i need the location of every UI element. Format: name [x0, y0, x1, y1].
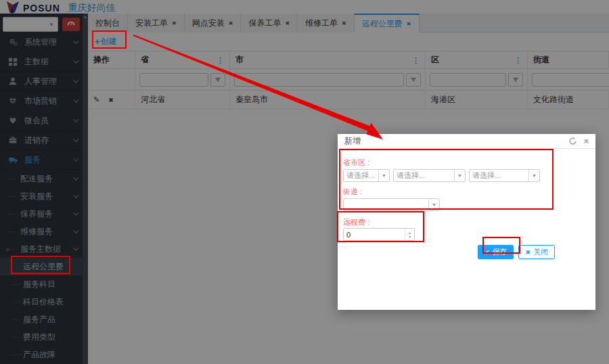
dialog-buttons-row: ✔ 保存 ✖ 关闭: [343, 245, 590, 259]
dialog-close-icon[interactable]: ×: [583, 137, 589, 145]
province-select[interactable]: 请选择... ▼: [343, 169, 390, 182]
save-button-label: 保存: [492, 247, 507, 257]
close-x-icon: ✖: [525, 249, 531, 256]
remote-fee-stepper: ▲ ▼: [343, 228, 415, 241]
close-button-label: 关闭: [533, 247, 548, 257]
chevron-down-icon[interactable]: ▼: [378, 170, 389, 181]
app-window: POSUN 重庆好尚佳 ▼ 系统管理: [0, 0, 609, 364]
region-field-label: 省市区 :: [343, 158, 590, 167]
chevron-down-icon[interactable]: ▼: [454, 170, 465, 181]
fee-field-label: 远程费 :: [343, 218, 590, 227]
dialog-body: 省市区 : 请选择... ▼ 请选择... ▼ 请选择... ▼ 街道 :: [338, 149, 595, 259]
check-icon: ✔: [484, 249, 490, 256]
street-field-label: 街道 :: [343, 187, 590, 196]
new-record-dialog: 新增 × 省市区 : 请选择... ▼ 请选择... ▼: [338, 134, 595, 310]
close-button[interactable]: ✖ 关闭: [518, 245, 555, 259]
chevron-down-icon[interactable]: ▼: [428, 199, 439, 210]
select-placeholder: 请选择...: [394, 170, 454, 181]
region-selects-row: 请选择... ▼ 请选择... ▼ 请选择... ▼: [343, 169, 590, 182]
spin-down-icon[interactable]: ▼: [408, 235, 411, 239]
district-select[interactable]: 请选择... ▼: [469, 169, 540, 182]
select-placeholder: 请选择...: [470, 170, 528, 181]
remote-fee-input[interactable]: [344, 229, 405, 240]
dialog-titlebar: 新增 ×: [338, 134, 595, 149]
dialog-title: 新增: [344, 135, 361, 147]
street-select-row: ▼: [343, 198, 590, 211]
refresh-icon[interactable]: [568, 137, 577, 145]
save-button[interactable]: ✔ 保存: [478, 245, 514, 259]
street-select[interactable]: ▼: [343, 198, 440, 211]
chevron-down-icon[interactable]: ▼: [528, 170, 539, 181]
city-select[interactable]: 请选择... ▼: [393, 169, 466, 182]
select-placeholder: 请选择...: [344, 170, 378, 181]
spinner-buttons[interactable]: ▲ ▼: [405, 229, 414, 240]
